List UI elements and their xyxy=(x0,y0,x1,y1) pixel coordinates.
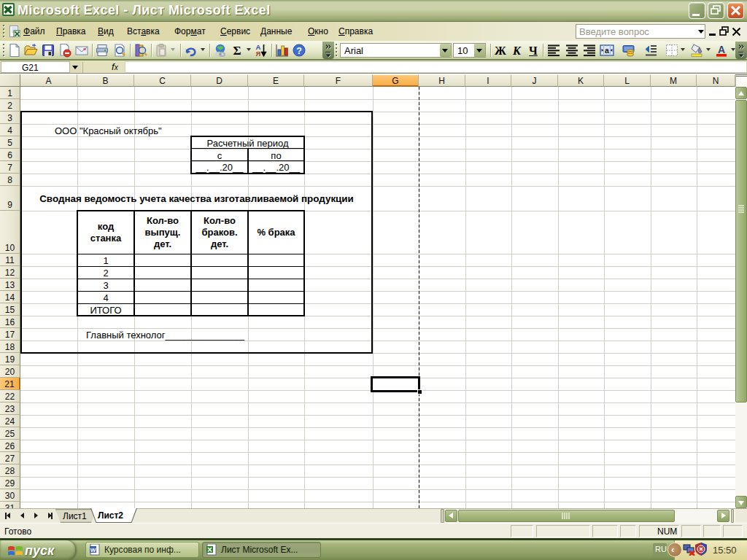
svg-text:W: W xyxy=(90,547,96,553)
svg-text:a: a xyxy=(605,46,609,55)
svg-text:?: ? xyxy=(296,46,302,56)
svg-text:А: А xyxy=(718,44,725,55)
svg-text:Σ: Σ xyxy=(233,44,241,58)
svg-text:Я: Я xyxy=(256,50,261,58)
